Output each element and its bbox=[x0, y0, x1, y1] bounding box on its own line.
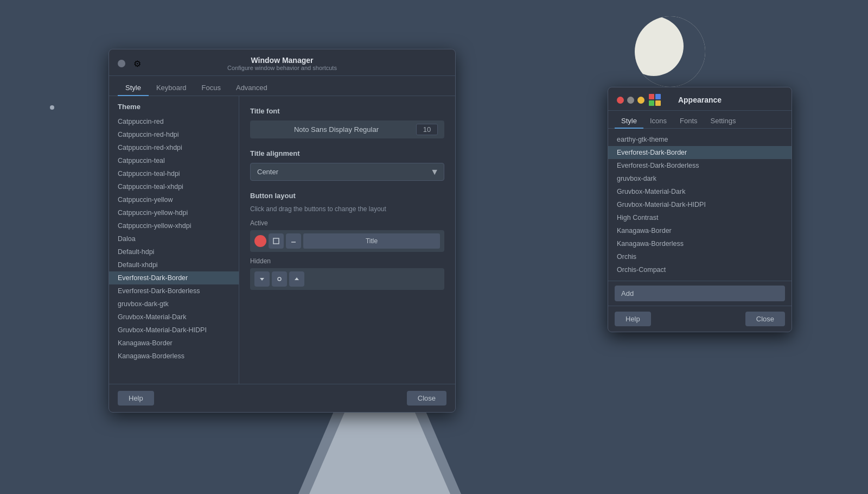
hidden-btn-1[interactable] bbox=[254, 271, 270, 287]
theme-item[interactable]: gruvbox-dark-gtk bbox=[109, 297, 239, 311]
appearance-tabs: Style Icons Fonts Settings bbox=[608, 111, 792, 129]
theme-item[interactable]: Catppuccin-yellow bbox=[109, 193, 239, 206]
appearance-close-button[interactable]: Close bbox=[745, 312, 785, 326]
app-tab-style[interactable]: Style bbox=[615, 114, 643, 129]
theme-item[interactable]: Everforest-Dark-Borderless bbox=[109, 284, 239, 297]
moon-decoration bbox=[635, 16, 705, 87]
title-area-active: Title bbox=[303, 233, 440, 249]
theme-item[interactable]: Gruvbox-Material-Dark bbox=[109, 311, 239, 324]
title-alignment-section: Title alignment Left Center Right ▼ bbox=[250, 149, 444, 181]
theme-item[interactable]: Default-hdpi bbox=[109, 245, 239, 258]
appearance-titlebar: Appearance bbox=[608, 87, 792, 111]
alignment-select[interactable]: Left Center Right bbox=[250, 163, 444, 181]
theme-panel: Theme Catppuccin-red Catppuccin-red-hdpi… bbox=[109, 96, 239, 384]
title-alignment-label: Title alignment bbox=[250, 149, 444, 157]
appearance-footer: Help Close bbox=[608, 306, 792, 332]
theme-item[interactable]: Catppuccin-teal-hdpi bbox=[109, 167, 239, 180]
wm-close-button[interactable]: Close bbox=[407, 391, 446, 406]
app-add-button[interactable]: Add bbox=[615, 286, 785, 301]
theme-item[interactable]: Catppuccin-teal-xhdpi bbox=[109, 180, 239, 193]
theme-item[interactable]: Kanagawa-Border bbox=[109, 337, 239, 350]
button-layout-section: Button layout Click and drag the buttons… bbox=[250, 192, 444, 290]
app-theme-item[interactable]: Orchis bbox=[608, 250, 792, 263]
hidden-button-row bbox=[250, 268, 444, 290]
wm-title-group: Window Manager Configure window behavior… bbox=[227, 56, 337, 71]
theme-item[interactable]: Catppuccin-red-xhdpi bbox=[109, 141, 239, 154]
tab-keyboard[interactable]: Keyboard bbox=[149, 80, 194, 96]
app-tab-settings[interactable]: Settings bbox=[704, 114, 743, 129]
window-manager-dialog: ⚙ Window Manager Configure window behavi… bbox=[108, 49, 456, 413]
app-theme-item[interactable]: gruvbox-dark bbox=[608, 172, 792, 185]
app-theme-item-selected[interactable]: Everforest-Dark-Border bbox=[608, 146, 792, 159]
theme-item[interactable]: Kanagawa-Borderless bbox=[109, 350, 239, 363]
wm-footer: Help Close bbox=[109, 384, 455, 412]
theme-item[interactable]: Daloa bbox=[109, 232, 239, 245]
hidden-btn-3[interactable] bbox=[289, 271, 304, 287]
theme-item[interactable]: Catppuccin-red bbox=[109, 115, 239, 128]
svg-rect-0 bbox=[273, 238, 279, 244]
theme-item[interactable]: Default-xhdpi bbox=[109, 258, 239, 271]
theme-item[interactable]: Catppuccin-red-hdpi bbox=[109, 128, 239, 141]
app-theme-item[interactable]: Kanagawa-Border bbox=[608, 224, 792, 237]
app-min-traffic-light[interactable] bbox=[627, 97, 634, 104]
app-theme-item[interactable]: Everforest-Dark-Borderless bbox=[608, 159, 792, 172]
app-window-controls bbox=[617, 97, 644, 104]
theme-item[interactable]: Catppuccin-yellow-hdpi bbox=[109, 206, 239, 219]
theme-item[interactable]: Catppuccin-teal bbox=[109, 154, 239, 167]
wm-titlebar: ⚙ Window Manager Configure window behavi… bbox=[109, 49, 455, 76]
app-theme-item[interactable]: Kanagawa-Borderless bbox=[608, 237, 792, 250]
wm-title: Window Manager bbox=[227, 56, 337, 65]
wm-content: Theme Catppuccin-red Catppuccin-red-hdpi… bbox=[109, 96, 455, 384]
app-theme-item[interactable]: Gruvbox-Material-Dark-HIDPI bbox=[608, 198, 792, 211]
wm-tabs: Style Keyboard Focus Advanced bbox=[109, 76, 455, 96]
app-max-traffic-light[interactable] bbox=[637, 97, 644, 104]
appearance-dialog: Appearance Style Icons Fonts Settings ea… bbox=[608, 87, 792, 332]
active-button-row: Title bbox=[250, 230, 444, 252]
maximize-button-active[interactable] bbox=[269, 233, 284, 249]
tab-focus[interactable]: Focus bbox=[194, 80, 228, 96]
wm-subtitle: Configure window behavior and shortcuts bbox=[227, 65, 337, 71]
appearance-theme-list: earthy-gtk-theme Everforest-Dark-Border … bbox=[608, 129, 792, 281]
svg-point-3 bbox=[278, 277, 281, 281]
app-add-row: Add bbox=[608, 281, 792, 306]
font-size-value: 10 bbox=[416, 124, 438, 135]
wm-help-button[interactable]: Help bbox=[118, 391, 154, 406]
svg-marker-4 bbox=[295, 277, 299, 280]
theme-item[interactable]: Catppuccin-yellow-xhdpi bbox=[109, 219, 239, 232]
app-theme-item[interactable]: High Contrast bbox=[608, 211, 792, 224]
appearance-title: Appearance bbox=[678, 96, 722, 104]
app-theme-item[interactable]: Gruvbox-Material-Dark bbox=[608, 185, 792, 198]
font-row: Noto Sans Display Regular 10 bbox=[250, 121, 444, 138]
app-tab-fonts[interactable]: Fonts bbox=[673, 114, 704, 129]
appearance-help-button[interactable]: Help bbox=[615, 312, 651, 326]
font-name-value: Noto Sans Display Regular bbox=[257, 125, 416, 134]
appearance-icon bbox=[649, 94, 661, 106]
svg-marker-2 bbox=[260, 278, 264, 281]
app-theme-item[interactable]: Orchis-Compact bbox=[608, 263, 792, 276]
active-label: Active bbox=[250, 219, 444, 227]
dot-decoration bbox=[50, 105, 54, 110]
tab-advanced[interactable]: Advanced bbox=[228, 80, 275, 96]
button-layout-desc: Click and drag the buttons to change the… bbox=[250, 205, 444, 213]
minimize-button-active[interactable] bbox=[286, 233, 301, 249]
title-font-label: Title font bbox=[250, 107, 444, 115]
alignment-select-wrapper: Left Center Right ▼ bbox=[250, 163, 444, 181]
app-tab-icons[interactable]: Icons bbox=[643, 114, 673, 129]
button-layout-label: Button layout bbox=[250, 192, 444, 200]
settings-panel: Title font Noto Sans Display Regular 10 … bbox=[239, 96, 455, 384]
theme-section-title: Theme bbox=[109, 103, 239, 115]
wm-close-traffic-light[interactable] bbox=[118, 60, 125, 67]
theme-item[interactable]: Gruvbox-Material-Dark-HIDPI bbox=[109, 324, 239, 337]
close-button-active[interactable] bbox=[254, 235, 266, 247]
wm-icon: ⚙ bbox=[130, 56, 145, 71]
app-theme-item[interactable]: earthy-gtk-theme bbox=[608, 133, 792, 146]
tab-style[interactable]: Style bbox=[118, 80, 149, 96]
theme-item-selected[interactable]: Everforest-Dark-Border bbox=[109, 271, 239, 284]
hidden-btn-2[interactable] bbox=[272, 271, 287, 287]
hidden-label: Hidden bbox=[250, 257, 444, 265]
app-close-traffic-light[interactable] bbox=[617, 97, 624, 104]
